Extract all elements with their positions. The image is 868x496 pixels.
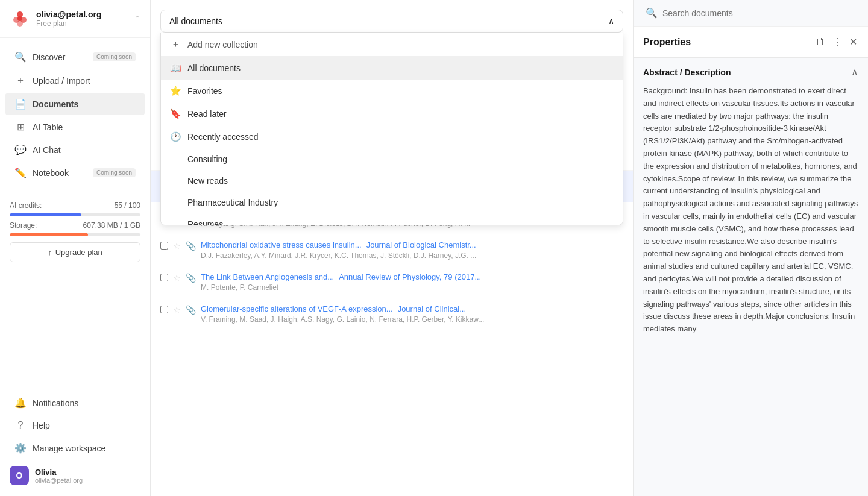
dropdown-recently-accessed-label: Recently accessed [187, 132, 259, 142]
table-row[interactable]: ☆ 📎 Glomerular-specific alterations of V… [151, 298, 633, 330]
section-header: Abstract / Description ∧ [643, 66, 858, 78]
dropdown-all-docs-label: All documents [187, 63, 241, 73]
dropdown-add-new[interactable]: ＋ Add new collection [161, 33, 623, 57]
table-row[interactable]: ☆ 📎 Mitochondrial oxidative stress cause… [151, 234, 633, 266]
all-documents-icon: 📖 [169, 63, 181, 74]
section-toggle-button[interactable]: ∧ [851, 66, 858, 78]
abstract-text: Background: Insulin has been demonstrate… [643, 85, 858, 336]
sidebar-user-info: olivia@petal.org Free plan [36, 10, 102, 28]
dropdown-resumes-label: Resumes [187, 219, 223, 225]
doc-checkbox[interactable] [160, 274, 168, 281]
table-row[interactable]: ☆ 📎 The Link Between Angiogenesis and...… [151, 266, 633, 298]
notifications-icon: 🔔 [14, 397, 27, 409]
sidebar-chevron-icon[interactable]: ⌃ [134, 14, 140, 23]
doc-attach-icon: 📎 [186, 241, 196, 251]
upload-icon: ＋ [14, 74, 27, 87]
sidebar: olivia@petal.org Free plan ⌃ 🔍 Discover … [0, 0, 151, 496]
ai-credits-header: AI credits: 55 / 100 [10, 201, 140, 210]
petal-logo-icon [10, 8, 30, 29]
dropdown-menu: ＋ Add new collection 📖 All documents ⭐ F… [160, 33, 623, 225]
doc-journal-name: Annual Review of Physiology [339, 272, 439, 281]
storage-label: Storage: [10, 221, 37, 230]
section-title: Abstract / Description [643, 67, 731, 77]
manage-workspace-icon: ⚙️ [14, 442, 27, 454]
doc-attach-icon: 📎 [186, 305, 196, 315]
panel-header: Properties 🗒 ⋮ ✕ [634, 27, 868, 58]
ai-table-icon: ⊞ [14, 121, 27, 133]
storage-bar-fill [10, 233, 88, 236]
sidebar-plan: Free plan [36, 19, 102, 28]
sidebar-item-ai-table[interactable]: ⊞ AI Table [5, 116, 145, 138]
dropdown-item-read-later[interactable]: 🔖 Read later [161, 102, 623, 125]
doc-journal: Journal of Clinical... [398, 304, 466, 313]
doc-checkbox[interactable] [160, 242, 168, 250]
footer-name: Olivia [35, 468, 83, 477]
recently-accessed-icon: 🕐 [169, 131, 181, 142]
doc-journal-name: Journal of Clinical... [398, 304, 466, 313]
panel-more-icon[interactable]: ⋮ [831, 35, 843, 49]
abstract-section: Abstract / Description ∧ Background: Ins… [634, 58, 868, 344]
dropdown-pharmaceutical-label: Pharmaceutical Industry [187, 198, 278, 207]
panel-file-icon[interactable]: 🗒 [814, 36, 826, 49]
doc-content: Glomerular-specific alterations of VEGF-… [201, 304, 623, 324]
search-icon: 🔍 [646, 7, 658, 19]
sidebar-item-ai-chat[interactable]: 💬 AI Chat [5, 139, 145, 161]
dropdown-item-all-documents[interactable]: 📖 All documents [161, 57, 623, 80]
sidebar-item-notifications[interactable]: 🔔 Notifications [5, 392, 145, 414]
dropdown-item-new-reads[interactable]: New reads [161, 170, 623, 192]
doc-journal-detail: , 79 (2017... [439, 272, 481, 281]
ai-credits-section: AI credits: 55 / 100 Storage: 607.38 MB … [0, 194, 150, 269]
collection-dropdown-trigger[interactable]: All documents ∧ [160, 10, 623, 33]
doc-star-icon[interactable]: ☆ [173, 305, 181, 315]
upgrade-label: Upgrade plan [55, 248, 102, 257]
panel-close-button[interactable]: ✕ [848, 35, 858, 49]
dropdown-read-later-label: Read later [187, 109, 227, 119]
doc-title-row: Glomerular-specific alterations of VEGF-… [201, 304, 623, 313]
storage-bar [10, 233, 140, 236]
sidebar-bottom: 🔔 Notifications ? Help ⚙️ Manage workspa… [0, 386, 150, 496]
upgrade-icon: ↑ [48, 248, 52, 257]
sidebar-item-documents[interactable]: 📄 Documents [5, 93, 145, 115]
doc-title: Mitochondrial oxidative stress causes in… [201, 240, 362, 250]
right-panel: 🔍 Properties 🗒 ⋮ ✕ Abstract / Descriptio… [633, 0, 868, 496]
dropdown-item-consulting[interactable]: Consulting [161, 148, 623, 170]
sidebar-item-manage-workspace[interactable]: ⚙️ Manage workspace [5, 437, 145, 459]
sidebar-item-label-help: Help [33, 421, 50, 430]
dropdown-item-favorites[interactable]: ⭐ Favorites [161, 80, 623, 102]
ai-credits-fill [10, 213, 81, 216]
doc-checkbox[interactable] [160, 306, 168, 313]
doc-journal: Journal of Biological Chemistr... [366, 240, 476, 250]
sidebar-item-help[interactable]: ? Help [5, 415, 145, 436]
footer-user-info: Olivia olivia@petal.org [35, 468, 83, 484]
sidebar-item-label-discover: Discover [33, 52, 65, 62]
search-input[interactable] [662, 8, 856, 18]
sidebar-footer: O Olivia olivia@petal.org [0, 460, 150, 491]
ai-credits-bar [10, 213, 140, 216]
doc-star-icon[interactable]: ☆ [173, 273, 181, 283]
dropdown-new-reads-label: New reads [187, 176, 228, 186]
ai-credits-value: 55 / 100 [115, 201, 140, 210]
svg-point-5 [17, 16, 22, 21]
dropdown-chevron-icon: ∧ [608, 16, 614, 26]
documents-icon: 📄 [14, 98, 27, 110]
sidebar-nav: 🔍 Discover Coming soon ＋ Upload / Import… [0, 38, 150, 386]
upgrade-plan-button[interactable]: ↑ Upgrade plan [10, 242, 140, 262]
dropdown-item-pharmaceutical[interactable]: Pharmaceutical Industry [161, 192, 623, 213]
main-content: All documents ∧ ＋ Add new collection 📖 A… [151, 0, 633, 496]
sidebar-item-upload[interactable]: ＋ Upload / Import [5, 69, 145, 92]
doc-title: Glomerular-specific alterations of VEGF-… [201, 304, 393, 313]
sidebar-item-notebook[interactable]: ✏️ Notebook Coming soon [5, 162, 145, 184]
sidebar-item-discover[interactable]: 🔍 Discover Coming soon [5, 46, 145, 68]
dropdown-favorites-label: Favorites [187, 86, 222, 96]
footer-email: olivia@petal.org [35, 477, 83, 484]
dropdown-item-resumes[interactable]: Resumes [161, 213, 623, 225]
dropdown-item-recently-accessed[interactable]: 🕐 Recently accessed [161, 125, 623, 148]
doc-title: The Link Between Angiogenesis and... [201, 272, 334, 281]
doc-authors: V. Framing, M. Saad, J. Haigh, A.S. Nagy… [201, 315, 623, 324]
sidebar-item-label-upload: Upload / Import [33, 76, 90, 86]
storage-value: 607.38 MB / 1 GB [83, 221, 140, 230]
doc-star-icon[interactable]: ☆ [173, 241, 181, 251]
dropdown-overlay: All documents ∧ ＋ Add new collection 📖 A… [151, 0, 633, 225]
doc-authors: D.J. Fazakerley, A.Y. Minard, J.R. Kryce… [201, 251, 623, 260]
sidebar-divider [10, 189, 140, 189]
